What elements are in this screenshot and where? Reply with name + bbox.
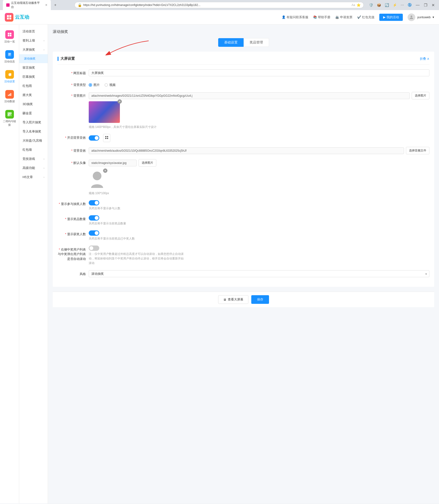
auto-scroll-toggle[interactable]	[89, 246, 99, 251]
avatar-preview-container: ✕	[89, 168, 106, 190]
menu-item-message-lottery[interactable]: 留言抽奖	[19, 63, 48, 72]
menu-item-advanced[interactable]: 高级功能 ›	[19, 163, 48, 173]
browser-bookmark-btn[interactable]: ⚡	[392, 3, 398, 7]
menu-item-red-packet-rain[interactable]: 红包雨	[19, 81, 48, 90]
save-button[interactable]: 保存	[251, 295, 269, 304]
collapse-label: 折叠	[420, 57, 426, 61]
browser-ext-btn[interactable]: 🛡️	[368, 3, 374, 7]
bg-audio-path: attachment/web/audios/0/2021/10/Qc88885O…	[89, 147, 404, 154]
sidebar-item-activity-settings[interactable]: 活动设置	[0, 67, 19, 86]
my-activity-button[interactable]: ▶ 我的活动	[379, 14, 403, 21]
avatar-remove-btn[interactable]: ✕	[103, 168, 107, 173]
menu-item-checkin[interactable]: 签到上墙 ›	[19, 36, 48, 45]
page-title-input[interactable]	[89, 69, 429, 76]
sidebar-label-qrcode: 二维码与链接	[2, 119, 17, 127]
minimize-btn[interactable]: —	[414, 2, 421, 8]
show-participant-toggle[interactable]	[89, 200, 99, 206]
menu-label-3d-lottery: 3D抽奖	[23, 102, 33, 106]
ticket-icon: 🖨️	[335, 15, 339, 19]
svg-rect-14	[8, 113, 9, 114]
bg-audio-content: attachment/web/audios/0/2021/10/Qc88885O…	[89, 147, 429, 154]
menu-item-import-name[interactable]: 导入名单抽奖	[19, 127, 48, 136]
customer-service-icon: 👤	[282, 15, 286, 19]
menu-item-scroll-lottery[interactable]: 滚动抽奖	[19, 54, 48, 63]
page-title: 滚动抽奖	[53, 29, 434, 34]
page-title-label: 网页标题	[58, 69, 89, 75]
radio-image[interactable]: 图片	[89, 83, 100, 87]
browser-chrome: 云互动现场互动服务平台 ✕ + 🔒 https://hd.yunhudong.c…	[0, 0, 439, 10]
tab-basic-settings[interactable]: 基础设置	[218, 38, 244, 47]
menu-item-smash-egg[interactable]: 砸金蛋	[19, 109, 48, 118]
activity-info-icon	[5, 50, 14, 59]
avatar-figure-svg	[90, 171, 104, 189]
recharge-link[interactable]: ✔️ 红包充值	[357, 15, 375, 19]
browser-more-btn[interactable]: ⋯	[400, 3, 405, 7]
menu-item-shake-prize[interactable]: 摇大奖	[19, 90, 48, 100]
avatar-choose-btn[interactable]: 选择图片	[139, 159, 156, 167]
bg-audio-choose-btn[interactable]: 选择音频文件	[406, 147, 429, 154]
sidebar-item-qrcode[interactable]: 二维码与链接	[0, 107, 19, 129]
help-manual-link[interactable]: 📚 帮助手册	[313, 15, 330, 19]
svg-rect-6	[10, 33, 11, 35]
sidebar-label-activity-list: 活动一览	[4, 40, 15, 43]
tab-prize-management[interactable]: 奖品管理	[244, 38, 269, 47]
tab-close-btn[interactable]: ✕	[45, 3, 48, 7]
maximize-btn[interactable]: ❐	[422, 2, 429, 8]
settings-panel: 大屏设置 折叠 ∧ 网页标题 背景类型	[53, 52, 434, 287]
customer-service-link[interactable]: 👤 有疑问联系客服	[282, 15, 308, 19]
form-row-bg-audio: 背景音效 attachment/web/audios/0/2021/10/Qc8…	[58, 147, 429, 154]
menu-item-giant-lottery[interactable]: 巨幕抽奖	[19, 72, 48, 81]
menu-item-h5[interactable]: H5文章 ›	[19, 173, 48, 182]
collapse-button[interactable]: 折叠 ∧	[420, 57, 429, 61]
tab-favicon	[6, 3, 10, 7]
sidebar-item-activity-data[interactable]: 活动数据	[0, 87, 19, 106]
new-tab-button[interactable]: +	[52, 2, 58, 8]
show-winner-desc: 关闭后将不显示当前奖品已中奖人数	[89, 237, 429, 241]
radio-image-label: 图片	[94, 83, 100, 87]
recharge-label: 红包充值	[362, 15, 375, 19]
sidebar-item-activity-info[interactable]: 活动信息	[0, 47, 19, 66]
style-select[interactable]: 滚动抽奖	[89, 270, 429, 277]
show-prize-count-desc: 关闭后将不显示当前奖品数量	[89, 221, 429, 226]
menu-item-import-photo[interactable]: 导入照片抽奖	[19, 118, 48, 127]
radio-video[interactable]: 视频	[105, 83, 116, 87]
bg-image-remove-btn[interactable]: ✕	[118, 99, 122, 104]
svg-rect-27	[105, 138, 107, 139]
bg-type-content: 图片 视频	[89, 81, 429, 87]
menu-item-turntable[interactable]: 大转盘/九宫格	[19, 136, 48, 145]
show-winner-toggle[interactable]	[89, 230, 99, 236]
grid-icon-button[interactable]	[103, 134, 110, 142]
apply-ticket-link[interactable]: 🖨️ 申请发票	[335, 15, 353, 19]
main-layout: 活动一览 活动信息 活动设置 活动数据 二维码与链接	[0, 25, 439, 504]
view-bigscreen-button[interactable]: 🖥 查看大屏幕	[218, 295, 248, 304]
activity-data-icon	[5, 90, 14, 99]
bg-music-toggle[interactable]	[89, 135, 99, 141]
address-bar[interactable]: 🔒 https://hd.yunhudong.cn/hdmanage/confi…	[74, 2, 364, 8]
menu-label-red-packet-rain: 红包雨	[23, 84, 32, 88]
form-row-page-title: 网页标题	[58, 69, 429, 76]
browser-tab[interactable]: 云互动现场互动服务平台 ✕	[3, 0, 51, 11]
bg-image-preview	[89, 101, 120, 123]
menu-label-big-screen-lottery: 大屏抽奖	[23, 48, 35, 52]
browser-edge-btn[interactable]: ⓑ	[407, 2, 412, 8]
user-info[interactable]: yuntuweb ▾	[408, 13, 434, 21]
show-prize-count-toggle[interactable]	[89, 215, 99, 220]
browser-ext-btn2[interactable]: 📦	[376, 3, 382, 7]
qrcode-icon	[5, 110, 14, 118]
menu-item-home[interactable]: 活动首页	[19, 27, 48, 36]
logo-area: 云互动	[5, 13, 38, 22]
browser-refresh-btn[interactable]: 🔄	[384, 3, 390, 7]
avatar-hint: 规格:100*100px	[89, 191, 429, 195]
sidebar-label-activity-settings: 活动设置	[4, 80, 15, 83]
menu-label-checkin: 签到上墙	[23, 39, 35, 43]
menu-item-big-screen-lottery[interactable]: 大屏抽奖 ›	[19, 45, 48, 54]
bg-image-preview-container: ✕	[89, 101, 120, 123]
close-btn[interactable]: ✕	[430, 2, 436, 8]
menu-item-competitive[interactable]: 竞技游戏 ›	[19, 154, 48, 163]
menu-item-3d-lottery[interactable]: 3D抽奖	[19, 100, 48, 109]
menu-item-red-wall[interactable]: 红包墙	[19, 145, 48, 154]
show-prize-count-content: 关闭后将不显示当前奖品数量	[89, 215, 429, 226]
sidebar-item-activity-list[interactable]: 活动一览	[0, 27, 19, 46]
bg-image-choose-btn[interactable]: 选择图片	[412, 92, 429, 99]
svg-rect-19	[10, 115, 10, 115]
